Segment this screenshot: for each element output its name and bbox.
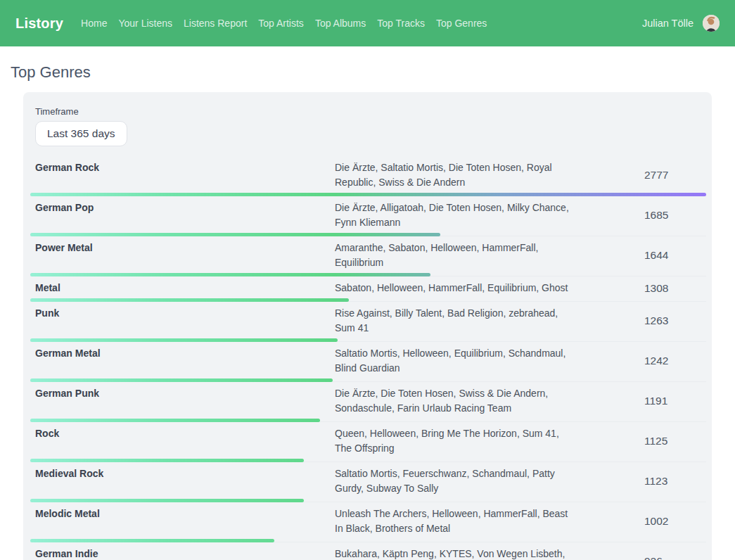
genre-artists: Queen, Helloween, Bring Me The Horizon, …: [335, 426, 574, 456]
genre-count: 1263: [644, 314, 706, 327]
user-photo-icon: [703, 15, 720, 32]
genre-count: 2777: [644, 169, 706, 182]
genre-name: German Punk: [30, 386, 335, 416]
nav-item[interactable]: Home: [81, 18, 107, 29]
nav-item[interactable]: Top Genres: [436, 18, 487, 29]
genre-name: Medieval Rock: [30, 466, 335, 496]
genre-artists: Amaranthe, Sabaton, Helloween, HammerFal…: [335, 241, 574, 270]
app-logo[interactable]: Listory: [15, 15, 63, 32]
genre-name: German Pop: [30, 201, 335, 230]
genre-row: German Punk Die Ärzte, Die Toten Hosen, …: [30, 382, 706, 422]
nav-item[interactable]: Your Listens: [118, 18, 172, 29]
genre-name: Power Metal: [30, 241, 335, 270]
genre-artists: Saltatio Mortis, Feuerschwanz, Schandmau…: [335, 466, 574, 496]
genre-row: Melodic Metal Unleash The Archers, Hello…: [30, 502, 706, 542]
genre-row: German Pop Die Ärzte, Alligatoah, Die To…: [30, 196, 706, 236]
genre-name: German Rock: [30, 160, 335, 190]
genre-row: German Metal Saltatio Mortis, Helloween,…: [30, 342, 706, 382]
genre-name: Punk: [30, 306, 335, 336]
genre-count: 1125: [644, 435, 706, 447]
genre-count: 1308: [644, 282, 706, 295]
genre-row: Power Metal Amaranthe, Sabaton, Hellowee…: [30, 236, 706, 276]
genre-count: 926: [644, 555, 706, 560]
genre-row: Rock Queen, Helloween, Bring Me The Hori…: [30, 422, 706, 462]
genre-artists: Die Ärzte, Die Toten Hosen, Swiss & Die …: [335, 386, 574, 416]
timeframe-select[interactable]: Last 365 days: [35, 121, 127, 146]
genre-name: Metal: [30, 281, 335, 295]
top-navbar: Listory Home Your Listens Listens Report…: [0, 0, 735, 46]
genres-table: German Rock Die Ärzte, Saltatio Mortis, …: [30, 156, 706, 560]
user-menu[interactable]: Julian Tölle: [642, 15, 720, 32]
genre-count: 1191: [644, 395, 706, 407]
genre-row: Metal Sabaton, Helloween, HammerFall, Eq…: [30, 276, 706, 302]
top-genres-card: Timeframe Last 365 days German Rock Die …: [23, 92, 712, 560]
timeframe-label: Timeframe: [35, 106, 706, 117]
nav-item[interactable]: Listens Report: [184, 18, 247, 29]
genre-name: Rock: [30, 426, 335, 456]
genre-count: 1123: [644, 475, 706, 488]
genre-name: German Metal: [30, 346, 335, 376]
genre-artists: Bukahara, Käptn Peng, KYTES, Von Wegen L…: [335, 547, 574, 560]
genre-artists: Unleash The Archers, Helloween, HammerFa…: [335, 507, 574, 536]
genre-artists: Die Ärzte, Saltatio Mortis, Die Toten Ho…: [335, 160, 574, 190]
page-title: Top Genres: [11, 63, 735, 82]
timeframe-section: Timeframe Last 365 days: [30, 106, 706, 155]
genre-name: Melodic Metal: [30, 507, 335, 536]
genre-count: 1644: [644, 249, 706, 262]
genre-row: German Indie Bukahara, Käptn Peng, KYTES…: [30, 542, 706, 560]
user-name: Julian Tölle: [642, 18, 694, 29]
genre-count: 1242: [644, 355, 706, 367]
genre-artists: Die Ärzte, Alligatoah, Die Toten Hosen, …: [335, 201, 574, 230]
genre-row: Medieval Rock Saltatio Mortis, Feuerschw…: [30, 462, 706, 502]
genre-artists: Saltatio Mortis, Helloween, Equilibrium,…: [335, 346, 574, 376]
genre-row: German Rock Die Ärzte, Saltatio Mortis, …: [30, 156, 706, 196]
nav-item[interactable]: Top Artists: [258, 18, 304, 29]
genre-row: Punk Rise Against, Billy Talent, Bad Rel…: [30, 302, 706, 342]
genre-artists: Sabaton, Helloween, HammerFall, Equilibr…: [335, 281, 574, 295]
genre-count: 1685: [644, 209, 706, 222]
main-nav: Home Your Listens Listens Report Top Art…: [81, 18, 487, 29]
genre-artists: Rise Against, Billy Talent, Bad Religion…: [335, 306, 574, 336]
nav-item[interactable]: Top Tracks: [377, 18, 425, 29]
genre-count: 1002: [644, 515, 706, 528]
genre-name: German Indie: [30, 547, 335, 560]
nav-item[interactable]: Top Albums: [315, 18, 366, 29]
user-avatar[interactable]: [703, 15, 720, 32]
